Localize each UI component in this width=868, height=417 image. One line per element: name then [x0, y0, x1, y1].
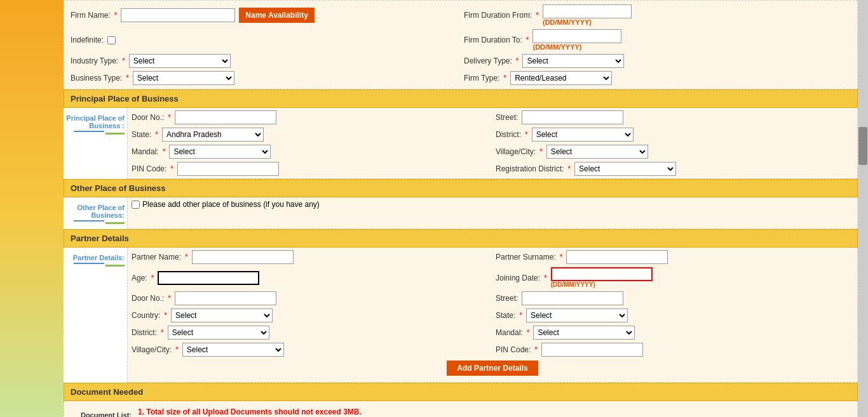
document-list-sidebar: Document List: [71, 405, 134, 417]
state-label: State: [132, 130, 151, 139]
firm-name-label: Firm Name: [71, 11, 111, 20]
firm-details-top: Firm Name: * Name Availability Firm Dura… [64, 0, 858, 89]
partner-details-body: Partner Details: Partner Name: * Partner… [64, 248, 858, 383]
partner-surname-input[interactable] [566, 250, 668, 264]
partner-door-no-input[interactable] [175, 291, 276, 305]
partner-name-input[interactable] [192, 250, 294, 264]
business-type-select[interactable]: Select [133, 71, 234, 85]
firm-name-input[interactable] [121, 8, 235, 22]
partner-street-input[interactable] [522, 291, 623, 305]
partner-village-select[interactable]: Select [182, 343, 284, 357]
street-input[interactable] [522, 110, 623, 124]
partner-state-label: State: [496, 311, 515, 320]
underline-green-1 [105, 133, 125, 135]
other-place-content: Please add other place of business (if y… [127, 197, 858, 229]
name-availability-button[interactable]: Name Availability [239, 8, 314, 23]
firm-duration-to-input[interactable] [532, 29, 621, 43]
partner-district-label: District: [132, 328, 157, 337]
doc-text-1: 1. Total size of all Upload Documents sh… [138, 407, 362, 416]
other-place-section: Other Place of Business Other Place of B… [64, 179, 858, 229]
underline-blue-3 [74, 263, 125, 264]
pin-code-input[interactable] [177, 162, 279, 176]
partner-details-sidebar: Partner Details: [64, 248, 127, 272]
partner-country-label: Country: [132, 311, 160, 320]
industry-type-select[interactable]: Select [129, 54, 231, 68]
joining-date-hint: (DD/MM/YYYY) [551, 281, 653, 288]
document-list-content: 1. Total size of all Upload Documents sh… [134, 405, 851, 417]
indefinite-label: Indefinite: [71, 36, 104, 44]
other-place-sidebar-label: Other Place of Business: [66, 204, 125, 219]
left-sidebar [0, 0, 64, 417]
firm-duration-from-label: Firm Duration From: [464, 11, 532, 20]
other-place-header: Other Place of Business [64, 179, 858, 197]
principal-place-content: Door No.: * Street: State: * [127, 108, 858, 179]
street-label: Street: [496, 113, 518, 122]
partner-state-select[interactable]: Select [526, 308, 628, 322]
industry-type-label: Industry Type: [71, 56, 118, 65]
joining-date-input[interactable] [551, 267, 653, 281]
district-label: District: [496, 130, 521, 139]
partner-pin-code-label: PIN Code: [496, 345, 531, 354]
scrollbar-thumb[interactable] [858, 127, 867, 165]
partner-country-select[interactable]: Select [171, 308, 273, 322]
other-place-body: Other Place of Business: Please add othe… [64, 197, 858, 229]
mandal-label: Mandal: [132, 147, 159, 156]
page-wrapper: Firm Name: * Name Availability Firm Dura… [0, 0, 868, 417]
document-list-label: Document List: [73, 411, 132, 417]
principal-place-body: Principal Place of Business : Door No.: … [64, 108, 858, 179]
partner-mandal-label: Mandal: [496, 328, 523, 337]
document-needed-header: Document Needed [64, 383, 858, 401]
scrollbar[interactable] [858, 0, 868, 417]
other-place-checkbox[interactable] [132, 201, 140, 209]
other-place-checkbox-label[interactable]: Please add other place of business (if y… [132, 200, 853, 209]
main-content: Firm Name: * Name Availability Firm Dura… [64, 0, 858, 417]
age-label: Age: [132, 274, 147, 282]
district-select[interactable]: Select [532, 128, 634, 142]
underline-blue-1 [74, 131, 125, 132]
partner-door-no-label: Door No.: [132, 294, 164, 303]
firm-type-select[interactable]: Rented/Leased [510, 71, 612, 85]
partner-surname-label: Partner Surname: [496, 253, 556, 261]
firm-duration-to-label: Firm Duration To: [464, 36, 522, 44]
firm-duration-from-hint: (DD/MM/YYYY) [543, 18, 632, 26]
principal-place-section: Principal Place of Business Principal Pl… [64, 89, 858, 179]
partner-village-label: Village/City: [132, 345, 172, 354]
underline-blue-2 [74, 220, 125, 222]
business-type-label: Business Type: [71, 74, 122, 83]
partner-name-label: Partner Name: [132, 253, 181, 261]
document-needed-body: Document List: 1. Total size of all Uplo… [64, 401, 858, 417]
other-place-sidebar: Other Place of Business: [64, 197, 127, 229]
add-partner-button[interactable]: Add Partner Details [447, 361, 538, 376]
partner-details-header: Partner Details [64, 229, 858, 248]
mandal-select[interactable]: Select [169, 145, 271, 159]
partner-district-select[interactable]: Select [168, 326, 269, 340]
delivery-type-label: Delivery Type: [464, 56, 512, 65]
reg-district-label: Registration District: [496, 164, 564, 173]
partner-pin-code-input[interactable] [541, 343, 643, 357]
joining-date-label: Joining Date: [496, 274, 540, 282]
age-input[interactable] [158, 271, 259, 285]
principal-place-sidebar: Principal Place of Business : [64, 108, 127, 140]
partner-mandal-select[interactable]: Select [533, 326, 635, 340]
partner-street-label: Street: [496, 294, 518, 303]
village-city-select[interactable]: Select [546, 145, 648, 159]
village-city-label: Village/City: [496, 147, 536, 156]
delivery-type-select[interactable]: Select [522, 54, 624, 68]
partner-details-sidebar-label: Partner Details: [66, 254, 125, 261]
door-no-input[interactable] [175, 110, 276, 124]
document-needed-section: Document Needed Document List: 1. Total … [64, 383, 858, 417]
pin-code-label: PIN Code: [132, 164, 166, 173]
underline-green-2 [105, 222, 125, 224]
partner-details-content: Partner Name: * Partner Surname: * [127, 248, 858, 383]
reg-district-select[interactable]: Select [574, 162, 676, 176]
firm-duration-from-input[interactable] [543, 4, 632, 18]
indefinite-checkbox[interactable] [107, 36, 116, 44]
door-no-label: Door No.: [132, 113, 164, 122]
underline-green-3 [105, 265, 125, 267]
partner-details-section: Partner Details Partner Details: Partner… [64, 229, 858, 383]
firm-type-label: Firm Type: [464, 74, 499, 83]
firm-duration-to-hint: (DD/MM/YYYY) [532, 43, 621, 51]
state-select[interactable]: Andhra Pradesh [162, 128, 264, 142]
principal-place-sidebar-label: Principal Place of Business : [66, 114, 125, 129]
principal-place-header: Principal Place of Business [64, 89, 858, 108]
